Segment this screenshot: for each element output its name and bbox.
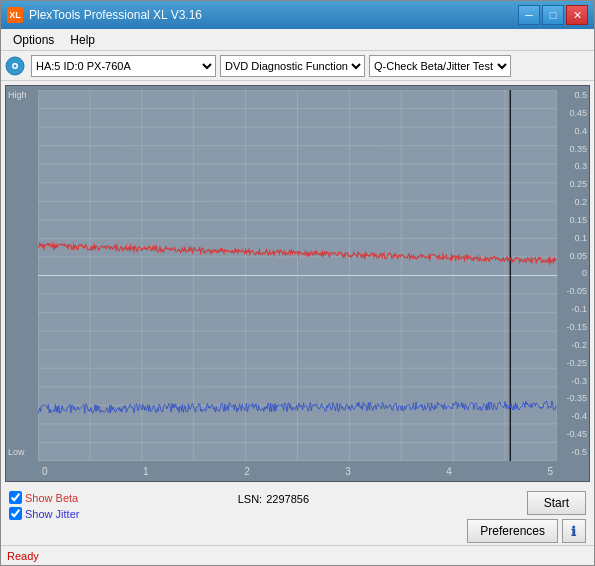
y-left-bottom: Low — [8, 447, 36, 457]
y-right-label: -0.3 — [559, 376, 587, 386]
y-right-label: -0.35 — [559, 393, 587, 403]
y-right-label: 0.35 — [559, 144, 587, 154]
chart-inner — [38, 90, 557, 461]
menu-options[interactable]: Options — [5, 31, 62, 49]
title-bar-left: XL PlexTools Professional XL V3.16 — [7, 7, 202, 23]
show-jitter-checkbox[interactable] — [9, 507, 22, 520]
y-right-label: -0.25 — [559, 358, 587, 368]
chart-y-left: High Low — [6, 86, 38, 461]
y-right-label: 0.45 — [559, 108, 587, 118]
x-label: 2 — [244, 466, 250, 477]
x-label: 0 — [42, 466, 48, 477]
drive-icon — [5, 56, 25, 76]
preferences-button[interactable]: Preferences — [467, 519, 558, 543]
y-right-label: 0.25 — [559, 179, 587, 189]
drive-select[interactable]: HA:5 ID:0 PX-760A — [31, 55, 216, 77]
y-right-label: -0.45 — [559, 429, 587, 439]
app-icon: XL — [7, 7, 23, 23]
show-beta-checkbox[interactable] — [9, 491, 22, 504]
y-right-label: -0.05 — [559, 286, 587, 296]
show-beta-label[interactable]: Show Beta — [9, 491, 79, 504]
chart-canvas — [38, 90, 557, 461]
menu-help[interactable]: Help — [62, 31, 103, 49]
y-right-label: 0.5 — [559, 90, 587, 100]
y-right-label: 0 — [559, 268, 587, 278]
close-button[interactable]: ✕ — [566, 5, 588, 25]
lsn-label: LSN: — [238, 493, 262, 505]
checkboxes-panel: Show Beta Show Jitter — [9, 491, 79, 520]
y-right-label: 0.2 — [559, 197, 587, 207]
y-right-label: -0.4 — [559, 411, 587, 421]
y-right-label: -0.15 — [559, 322, 587, 332]
status-text: Ready — [7, 550, 39, 562]
x-label: 1 — [143, 466, 149, 477]
menu-bar: Options Help — [1, 29, 594, 51]
y-right-label: -0.1 — [559, 304, 587, 314]
y-right-label: 0.05 — [559, 251, 587, 261]
title-controls: ─ □ ✕ — [518, 5, 588, 25]
minimize-button[interactable]: ─ — [518, 5, 540, 25]
main-window: XL PlexTools Professional XL V3.16 ─ □ ✕… — [0, 0, 595, 566]
svg-point-2 — [14, 64, 17, 67]
lsn-panel: LSN: 2297856 — [238, 493, 309, 505]
toolbar: HA:5 ID:0 PX-760A DVD Diagnostic Functio… — [1, 51, 594, 81]
info-button[interactable]: ℹ — [562, 519, 586, 543]
y-right-label: 0.3 — [559, 161, 587, 171]
x-label: 5 — [547, 466, 553, 477]
function-select[interactable]: DVD Diagnostic Functions — [220, 55, 365, 77]
status-bar: Ready — [1, 545, 594, 565]
start-button[interactable]: Start — [527, 491, 586, 515]
chart-y-right: 0.50.450.40.350.30.250.20.150.10.050-0.0… — [557, 86, 589, 461]
y-left-top: High — [8, 90, 36, 100]
y-right-label: 0.1 — [559, 233, 587, 243]
test-select[interactable]: Q-Check Beta/Jitter Test — [369, 55, 511, 77]
y-right-label: -0.5 — [559, 447, 587, 457]
title-bar: XL PlexTools Professional XL V3.16 ─ □ ✕ — [1, 1, 594, 29]
show-jitter-label[interactable]: Show Jitter — [9, 507, 79, 520]
y-right-label: 0.15 — [559, 215, 587, 225]
action-buttons: Start Preferences ℹ — [467, 491, 586, 543]
lsn-value: 2297856 — [266, 493, 309, 505]
chart-area: High Low 0.50.450.40.350.30.250.20.150.1… — [5, 85, 590, 482]
x-label: 3 — [345, 466, 351, 477]
window-title: PlexTools Professional XL V3.16 — [29, 8, 202, 22]
x-label: 4 — [446, 466, 452, 477]
y-right-label: -0.2 — [559, 340, 587, 350]
y-right-label: 0.4 — [559, 126, 587, 136]
maximize-button[interactable]: □ — [542, 5, 564, 25]
chart-x-labels: 012345 — [38, 461, 557, 481]
